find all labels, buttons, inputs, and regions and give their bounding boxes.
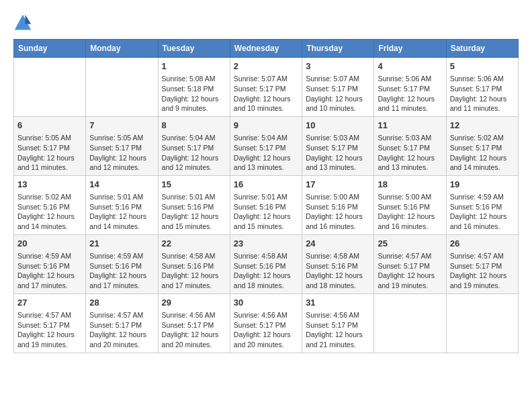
calendar-cell: 18Sunrise: 5:00 AMSunset: 5:16 PMDayligh… (374, 175, 446, 234)
header-day-sunday: Sunday (14, 40, 86, 58)
week-row-1: 1Sunrise: 5:08 AMSunset: 5:18 PMDaylight… (14, 58, 519, 117)
day-info: Sunrise: 5:05 AMSunset: 5:17 PMDaylight:… (17, 133, 82, 173)
day-number: 10 (306, 120, 370, 132)
day-info: Sunrise: 5:03 AMSunset: 5:17 PMDaylight:… (306, 133, 370, 173)
calendar-cell: 13Sunrise: 5:02 AMSunset: 5:16 PMDayligh… (14, 175, 86, 234)
calendar-cell (14, 58, 86, 117)
day-number: 17 (306, 179, 370, 191)
week-row-5: 27Sunrise: 4:57 AMSunset: 5:17 PMDayligh… (14, 293, 519, 353)
calendar-cell: 12Sunrise: 5:02 AMSunset: 5:17 PMDayligh… (446, 116, 518, 175)
day-number: 30 (234, 297, 298, 309)
calendar-cell (446, 293, 518, 353)
day-number: 3 (306, 60, 370, 73)
calendar-cell: 9Sunrise: 5:04 AMSunset: 5:17 PMDaylight… (230, 116, 302, 175)
day-info: Sunrise: 5:05 AMSunset: 5:17 PMDaylight:… (89, 133, 154, 173)
page-header (13, 13, 519, 32)
header-day-saturday: Saturday (446, 40, 518, 58)
calendar-cell: 3Sunrise: 5:07 AMSunset: 5:17 PMDaylight… (302, 58, 374, 117)
day-info: Sunrise: 4:57 AMSunset: 5:17 PMDaylight:… (89, 310, 154, 350)
day-info: Sunrise: 5:00 AMSunset: 5:16 PMDaylight:… (306, 192, 370, 232)
calendar-cell: 8Sunrise: 5:04 AMSunset: 5:17 PMDaylight… (158, 116, 230, 175)
day-info: Sunrise: 5:02 AMSunset: 5:16 PMDaylight:… (17, 192, 82, 232)
day-number: 4 (378, 60, 442, 73)
calendar-cell: 23Sunrise: 4:58 AMSunset: 5:16 PMDayligh… (230, 234, 302, 293)
calendar-cell: 27Sunrise: 4:57 AMSunset: 5:17 PMDayligh… (14, 293, 86, 353)
day-info: Sunrise: 5:00 AMSunset: 5:16 PMDaylight:… (378, 192, 442, 232)
calendar-cell: 25Sunrise: 4:57 AMSunset: 5:17 PMDayligh… (374, 234, 446, 293)
day-info: Sunrise: 4:59 AMSunset: 5:16 PMDaylight:… (89, 251, 154, 291)
day-number: 21 (89, 238, 154, 250)
day-info: Sunrise: 5:06 AMSunset: 5:17 PMDaylight:… (450, 74, 515, 113)
day-info: Sunrise: 4:58 AMSunset: 5:16 PMDaylight:… (234, 251, 298, 291)
calendar-cell: 6Sunrise: 5:05 AMSunset: 5:17 PMDaylight… (14, 116, 86, 175)
day-number: 8 (162, 120, 226, 132)
calendar-cell: 28Sunrise: 4:57 AMSunset: 5:17 PMDayligh… (86, 293, 158, 353)
day-info: Sunrise: 5:02 AMSunset: 5:17 PMDaylight:… (450, 133, 515, 173)
calendar-cell: 31Sunrise: 4:56 AMSunset: 5:17 PMDayligh… (302, 293, 374, 353)
calendar-cell: 21Sunrise: 4:59 AMSunset: 5:16 PMDayligh… (86, 234, 158, 293)
header-row: SundayMondayTuesdayWednesdayThursdayFrid… (14, 40, 519, 58)
calendar-cell: 16Sunrise: 5:01 AMSunset: 5:16 PMDayligh… (230, 175, 302, 234)
calendar-cell: 20Sunrise: 4:59 AMSunset: 5:16 PMDayligh… (14, 234, 86, 293)
header-day-wednesday: Wednesday (230, 40, 302, 58)
day-info: Sunrise: 4:59 AMSunset: 5:16 PMDaylight:… (17, 251, 82, 291)
calendar-cell: 24Sunrise: 4:58 AMSunset: 5:16 PMDayligh… (302, 234, 374, 293)
day-info: Sunrise: 5:08 AMSunset: 5:18 PMDaylight:… (162, 74, 226, 113)
week-row-3: 13Sunrise: 5:02 AMSunset: 5:16 PMDayligh… (14, 175, 519, 234)
calendar-cell: 10Sunrise: 5:03 AMSunset: 5:17 PMDayligh… (302, 116, 374, 175)
day-info: Sunrise: 4:58 AMSunset: 5:16 PMDaylight:… (306, 251, 370, 291)
day-info: Sunrise: 4:59 AMSunset: 5:16 PMDaylight:… (450, 192, 515, 232)
day-number: 5 (450, 60, 515, 73)
day-info: Sunrise: 5:01 AMSunset: 5:16 PMDaylight:… (234, 192, 298, 232)
day-info: Sunrise: 5:06 AMSunset: 5:17 PMDaylight:… (378, 74, 442, 113)
calendar-cell: 26Sunrise: 4:57 AMSunset: 5:17 PMDayligh… (446, 234, 518, 293)
day-number: 11 (378, 120, 442, 132)
calendar-cell: 1Sunrise: 5:08 AMSunset: 5:18 PMDaylight… (158, 58, 230, 117)
day-info: Sunrise: 5:04 AMSunset: 5:17 PMDaylight:… (162, 133, 226, 173)
day-number: 22 (162, 238, 226, 250)
calendar-body: 1Sunrise: 5:08 AMSunset: 5:18 PMDaylight… (14, 58, 519, 353)
day-number: 20 (17, 238, 82, 250)
calendar-cell: 14Sunrise: 5:01 AMSunset: 5:16 PMDayligh… (86, 175, 158, 234)
day-info: Sunrise: 5:01 AMSunset: 5:16 PMDaylight:… (89, 192, 154, 232)
day-number: 13 (17, 179, 82, 191)
svg-marker-1 (26, 15, 32, 24)
day-info: Sunrise: 5:07 AMSunset: 5:17 PMDaylight:… (306, 74, 370, 113)
day-number: 16 (234, 179, 298, 191)
calendar-cell: 30Sunrise: 4:56 AMSunset: 5:17 PMDayligh… (230, 293, 302, 353)
day-number: 18 (378, 179, 442, 191)
calendar-cell: 22Sunrise: 4:58 AMSunset: 5:16 PMDayligh… (158, 234, 230, 293)
header-day-monday: Monday (86, 40, 158, 58)
header-day-tuesday: Tuesday (158, 40, 230, 58)
day-info: Sunrise: 4:56 AMSunset: 5:17 PMDaylight:… (234, 310, 298, 350)
day-number: 14 (89, 179, 154, 191)
calendar-cell: 7Sunrise: 5:05 AMSunset: 5:17 PMDaylight… (86, 116, 158, 175)
calendar-cell: 11Sunrise: 5:03 AMSunset: 5:17 PMDayligh… (374, 116, 446, 175)
logo-icon (13, 13, 32, 32)
day-number: 23 (234, 238, 298, 250)
day-number: 26 (450, 238, 515, 250)
day-info: Sunrise: 5:07 AMSunset: 5:17 PMDaylight:… (234, 74, 298, 113)
day-number: 27 (17, 297, 82, 309)
day-number: 29 (162, 297, 226, 309)
day-number: 24 (306, 238, 370, 250)
day-number: 19 (450, 179, 515, 191)
day-info: Sunrise: 4:57 AMSunset: 5:17 PMDaylight:… (17, 310, 82, 350)
day-info: Sunrise: 4:56 AMSunset: 5:17 PMDaylight:… (162, 310, 226, 350)
day-number: 25 (378, 238, 442, 250)
calendar-cell (86, 58, 158, 117)
day-info: Sunrise: 5:01 AMSunset: 5:16 PMDaylight:… (162, 192, 226, 232)
day-number: 6 (17, 120, 82, 132)
day-info: Sunrise: 4:58 AMSunset: 5:16 PMDaylight:… (162, 251, 226, 291)
calendar-cell: 5Sunrise: 5:06 AMSunset: 5:17 PMDaylight… (446, 58, 518, 117)
calendar-cell (374, 293, 446, 353)
day-info: Sunrise: 5:04 AMSunset: 5:17 PMDaylight:… (234, 133, 298, 173)
day-number: 15 (162, 179, 226, 191)
day-number: 2 (234, 60, 298, 73)
day-number: 7 (89, 120, 154, 132)
calendar-cell: 4Sunrise: 5:06 AMSunset: 5:17 PMDaylight… (374, 58, 446, 117)
day-info: Sunrise: 4:57 AMSunset: 5:17 PMDaylight:… (450, 251, 515, 291)
day-number: 28 (89, 297, 154, 309)
calendar-cell: 19Sunrise: 4:59 AMSunset: 5:16 PMDayligh… (446, 175, 518, 234)
week-row-4: 20Sunrise: 4:59 AMSunset: 5:16 PMDayligh… (14, 234, 519, 293)
